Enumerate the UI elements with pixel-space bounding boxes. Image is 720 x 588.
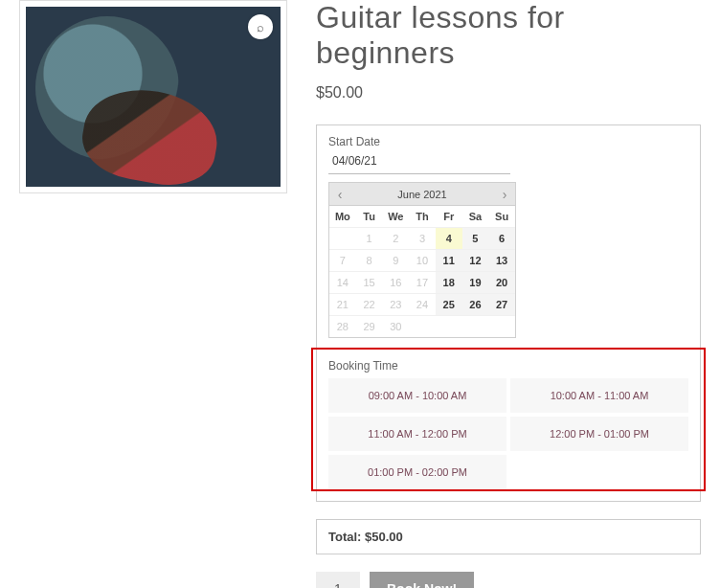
calendar-dow: Su (488, 206, 515, 227)
calendar-title: June 2021 (350, 189, 494, 200)
zoom-icon[interactable]: ⌕ (248, 14, 273, 39)
start-date-input[interactable]: 04/06/21 (328, 150, 510, 174)
time-slot[interactable]: 09:00 AM - 10:00 AM (328, 378, 506, 413)
calendar-day[interactable]: 25 (436, 293, 462, 315)
calendar-day: 1 (356, 227, 383, 249)
product-image-frame: ⌕ (19, 0, 287, 193)
product-image[interactable] (26, 7, 281, 187)
total-label: Total: (328, 530, 361, 544)
calendar-dow: Tu (356, 206, 383, 227)
calendar-day[interactable]: 27 (488, 293, 515, 315)
calendar-day (436, 315, 462, 337)
booking-time-section: Booking Time 09:00 AM - 10:00 AM10:00 AM… (328, 353, 688, 489)
calendar-day: 8 (356, 249, 383, 271)
calendar-day: 28 (329, 315, 356, 337)
calendar-day[interactable]: 12 (462, 249, 489, 271)
calendar-day[interactable]: 26 (462, 293, 489, 315)
calendar-day: 21 (329, 293, 356, 315)
calendar-day: 10 (409, 249, 436, 271)
start-date-label: Start Date (328, 135, 688, 148)
page-title: Guitar lessons for beginners (316, 0, 701, 71)
book-now-button[interactable]: Book Now! (370, 572, 474, 588)
calendar-day: 9 (382, 249, 409, 271)
calendar-day[interactable]: 20 (488, 271, 515, 293)
calendar-day[interactable]: 5 (462, 227, 489, 249)
total-value: $50.00 (365, 530, 403, 544)
calendar-day[interactable]: 11 (436, 249, 462, 271)
calendar-dow: We (382, 206, 409, 227)
calendar-day: 16 (382, 271, 409, 293)
calendar-day (409, 315, 436, 337)
calendar-day[interactable]: 4 (436, 227, 462, 249)
calendar-prev-icon[interactable]: ‹ (329, 188, 350, 201)
calendar-dow: Mo (329, 206, 356, 227)
booking-time-label: Booking Time (328, 359, 688, 373)
booking-box: Start Date 04/06/21 ‹ June 2021 › MoTuWe… (316, 124, 701, 502)
calendar-day (462, 315, 489, 337)
calendar-day: 30 (382, 315, 409, 337)
calendar-day (488, 315, 515, 337)
time-slot[interactable]: 10:00 AM - 11:00 AM (510, 378, 688, 413)
calendar: ‹ June 2021 › MoTuWeThFrSaSu 12345678910… (328, 182, 516, 338)
calendar-day: 23 (382, 293, 409, 315)
product-price: $50.00 (316, 84, 701, 102)
calendar-day: 24 (409, 293, 436, 315)
calendar-next-icon[interactable]: › (494, 188, 515, 201)
calendar-day[interactable]: 13 (488, 249, 515, 271)
calendar-dow: Fr (436, 206, 462, 227)
calendar-day: 17 (409, 271, 436, 293)
calendar-day: 14 (329, 271, 356, 293)
calendar-day[interactable]: 18 (436, 271, 462, 293)
calendar-day: 7 (329, 249, 356, 271)
calendar-day (329, 227, 356, 249)
calendar-day: 15 (356, 271, 383, 293)
time-slot[interactable]: 12:00 PM - 01:00 PM (510, 417, 688, 451)
calendar-day: 2 (382, 227, 409, 249)
calendar-day: 22 (356, 293, 383, 315)
calendar-day[interactable]: 6 (488, 227, 515, 249)
quantity-input[interactable] (316, 572, 360, 588)
time-slot[interactable]: 01:00 PM - 02:00 PM (328, 455, 506, 489)
calendar-day: 29 (356, 315, 383, 337)
time-slot[interactable]: 11:00 AM - 12:00 PM (328, 417, 506, 451)
calendar-day[interactable]: 19 (462, 271, 489, 293)
calendar-dow: Th (409, 206, 436, 227)
total-box: Total: $50.00 (316, 519, 701, 554)
calendar-dow: Sa (462, 206, 489, 227)
calendar-day: 3 (409, 227, 436, 249)
